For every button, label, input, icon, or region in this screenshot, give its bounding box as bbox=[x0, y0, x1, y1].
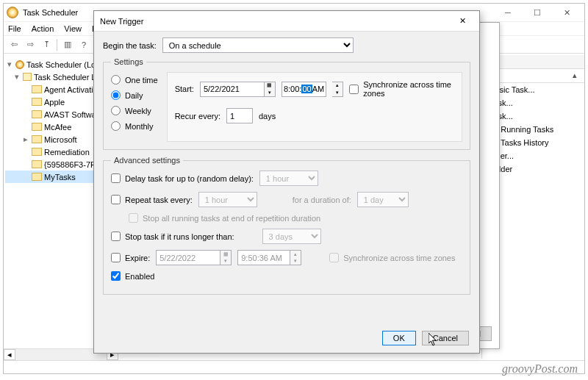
repeat-select: 1 hour bbox=[198, 192, 257, 207]
start-date-input[interactable] bbox=[200, 82, 265, 97]
date-picker-icon[interactable]: ▦▾ bbox=[265, 82, 276, 97]
frequency-radios: One time Daily Weekly Monthly bbox=[111, 72, 158, 142]
statusbar bbox=[4, 360, 584, 373]
dialog-title: New Trigger bbox=[100, 17, 451, 26]
advanced-group: Advanced settings Delay task for up to (… bbox=[103, 156, 470, 295]
up-icon[interactable]: ⤒ bbox=[39, 38, 54, 51]
expire-time-spinner: ▴▾ bbox=[290, 250, 301, 265]
settings-group: Settings One time Daily Weekly Monthly S… bbox=[103, 57, 470, 150]
radio-weekly[interactable]: Weekly bbox=[111, 106, 158, 115]
duration-select: 1 day bbox=[357, 192, 409, 207]
panes-icon[interactable]: ▥ bbox=[60, 38, 75, 51]
delay-select: 1 hour bbox=[259, 171, 318, 186]
radio-onetime[interactable]: One time bbox=[111, 75, 158, 85]
minimize-button[interactable]: ─ bbox=[493, 4, 523, 21]
expire-date-picker-icon: ▦▾ bbox=[220, 250, 232, 265]
sync-tz-checkbox[interactable]: Synchronize across time zones bbox=[349, 80, 454, 98]
schedule-box: Start: ▦▾ 8:00:00 AM▴▾ Synchronize acros… bbox=[167, 72, 462, 142]
expire-date-input bbox=[156, 250, 220, 265]
ok-button[interactable]: OK bbox=[382, 331, 416, 345]
radio-daily[interactable]: Daily bbox=[111, 90, 158, 100]
duration-label: for a duration of: bbox=[293, 196, 351, 204]
stop-all-checkbox: Stop all running tasks at end of repetit… bbox=[129, 213, 320, 223]
recur-label: Recur every: bbox=[175, 112, 220, 121]
radio-monthly[interactable]: Monthly bbox=[111, 121, 158, 131]
menu-view[interactable]: View bbox=[64, 24, 82, 33]
recur-input[interactable] bbox=[226, 108, 253, 123]
close-button[interactable]: ✕ bbox=[552, 4, 581, 21]
begin-task-select[interactable]: On a schedule bbox=[162, 37, 354, 53]
enabled-checkbox[interactable]: Enabled bbox=[111, 271, 154, 281]
dialog-close-button[interactable]: ✕ bbox=[451, 13, 473, 29]
time-spinner[interactable]: ▴▾ bbox=[332, 82, 343, 97]
help-icon[interactable]: ? bbox=[76, 38, 91, 51]
settings-legend: Settings bbox=[111, 57, 146, 66]
forward-icon[interactable]: ⇨ bbox=[23, 38, 37, 51]
stop-if-select: 3 days bbox=[262, 229, 321, 244]
advanced-legend: Advanced settings bbox=[111, 156, 183, 165]
repeat-checkbox[interactable]: Repeat task every: bbox=[111, 195, 193, 204]
start-label: Start: bbox=[175, 85, 194, 93]
delay-checkbox[interactable]: Delay task for up to (random delay): bbox=[111, 173, 254, 183]
app-icon bbox=[7, 7, 18, 18]
back-icon[interactable]: ⇦ bbox=[7, 38, 21, 51]
begin-task-label: Begin the task: bbox=[103, 41, 157, 50]
watermark: groovyPost.com bbox=[502, 362, 578, 376]
maximize-button[interactable]: ☐ bbox=[523, 4, 552, 21]
start-time-input[interactable]: 8:00:00 AM bbox=[282, 82, 326, 97]
menu-action[interactable]: Action bbox=[32, 24, 54, 33]
scroll-left-icon[interactable]: ◂ bbox=[4, 349, 15, 360]
new-trigger-dialog: New Trigger ✕ Begin the task: On a sched… bbox=[93, 10, 480, 354]
recur-unit: days bbox=[259, 112, 276, 121]
menu-file[interactable]: File bbox=[8, 24, 21, 33]
cancel-button[interactable]: Cancel bbox=[422, 331, 469, 345]
collapse-icon[interactable]: ▴ bbox=[570, 70, 580, 80]
expire-time-input bbox=[237, 250, 290, 265]
expire-checkbox[interactable]: Expire: bbox=[111, 253, 150, 262]
stop-if-checkbox[interactable]: Stop task if it runs longer than: bbox=[111, 232, 234, 241]
dialog-titlebar: New Trigger ✕ bbox=[94, 11, 479, 32]
expire-sync-checkbox: Synchronize across time zones bbox=[329, 253, 455, 262]
